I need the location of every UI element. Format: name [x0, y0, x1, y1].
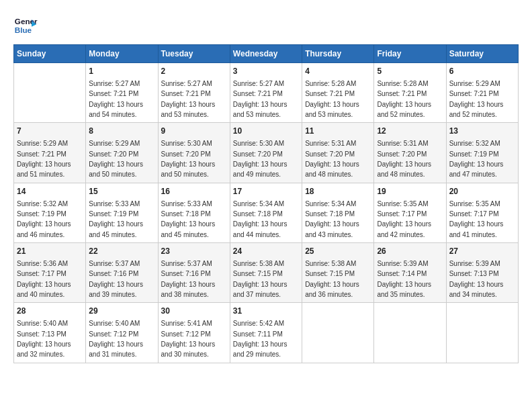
day-number: 30 — [161, 306, 227, 317]
calendar-cell: 2Sunrise: 5:27 AM Sunset: 7:21 PM Daylig… — [158, 63, 230, 123]
page-header: General Blue — [13, 13, 519, 38]
calendar-cell: 7Sunrise: 5:29 AM Sunset: 7:21 PM Daylig… — [14, 123, 86, 183]
calendar-cell: 13Sunrise: 5:32 AM Sunset: 7:19 PM Dayli… — [446, 123, 518, 183]
weekday-header-thursday: Thursday — [302, 45, 374, 63]
day-info: Sunrise: 5:35 AM Sunset: 7:17 PM Dayligh… — [377, 200, 431, 238]
day-number: 12 — [377, 126, 443, 137]
day-info: Sunrise: 5:40 AM Sunset: 7:13 PM Dayligh… — [17, 320, 71, 358]
calendar-cell: 30Sunrise: 5:41 AM Sunset: 7:12 PM Dayli… — [158, 303, 230, 363]
day-number: 5 — [377, 66, 443, 77]
day-number: 11 — [305, 126, 371, 137]
day-info: Sunrise: 5:38 AM Sunset: 7:15 PM Dayligh… — [233, 260, 287, 298]
calendar-week-row: 28Sunrise: 5:40 AM Sunset: 7:13 PM Dayli… — [14, 303, 519, 363]
day-number: 10 — [233, 126, 299, 137]
calendar-cell — [446, 303, 518, 363]
calendar-cell: 31Sunrise: 5:42 AM Sunset: 7:11 PM Dayli… — [230, 303, 302, 363]
day-number: 15 — [89, 186, 154, 197]
day-number: 9 — [161, 126, 227, 137]
day-number: 13 — [449, 126, 515, 137]
calendar-cell: 22Sunrise: 5:37 AM Sunset: 7:16 PM Dayli… — [86, 243, 158, 303]
day-info: Sunrise: 5:40 AM Sunset: 7:12 PM Dayligh… — [89, 320, 143, 358]
day-number: 7 — [17, 126, 83, 137]
calendar-cell: 6Sunrise: 5:29 AM Sunset: 7:21 PM Daylig… — [446, 63, 518, 123]
day-number: 1 — [89, 66, 154, 77]
calendar-cell: 16Sunrise: 5:33 AM Sunset: 7:18 PM Dayli… — [158, 183, 230, 242]
calendar-cell: 28Sunrise: 5:40 AM Sunset: 7:13 PM Dayli… — [14, 303, 86, 363]
day-info: Sunrise: 5:41 AM Sunset: 7:12 PM Dayligh… — [161, 320, 216, 358]
day-info: Sunrise: 5:35 AM Sunset: 7:17 PM Dayligh… — [449, 200, 504, 238]
calendar-cell: 12Sunrise: 5:31 AM Sunset: 7:20 PM Dayli… — [374, 123, 446, 183]
svg-text:Blue: Blue — [15, 26, 32, 34]
calendar-cell: 27Sunrise: 5:39 AM Sunset: 7:13 PM Dayli… — [446, 243, 518, 303]
day-number: 4 — [305, 66, 371, 77]
day-number: 23 — [161, 246, 227, 257]
day-number: 17 — [233, 186, 299, 197]
day-info: Sunrise: 5:34 AM Sunset: 7:18 PM Dayligh… — [305, 200, 359, 238]
day-number: 20 — [449, 186, 515, 197]
day-info: Sunrise: 5:31 AM Sunset: 7:20 PM Dayligh… — [305, 140, 359, 178]
day-number: 2 — [161, 66, 227, 77]
day-number: 6 — [449, 66, 515, 77]
day-number: 21 — [17, 246, 83, 257]
day-info: Sunrise: 5:28 AM Sunset: 7:21 PM Dayligh… — [305, 80, 359, 118]
weekday-header-wednesday: Wednesday — [230, 45, 302, 63]
calendar-cell: 18Sunrise: 5:34 AM Sunset: 7:18 PM Dayli… — [302, 183, 374, 242]
day-info: Sunrise: 5:27 AM Sunset: 7:21 PM Dayligh… — [233, 80, 287, 118]
day-info: Sunrise: 5:34 AM Sunset: 7:18 PM Dayligh… — [233, 200, 287, 238]
calendar-cell: 20Sunrise: 5:35 AM Sunset: 7:17 PM Dayli… — [446, 183, 518, 242]
day-info: Sunrise: 5:33 AM Sunset: 7:18 PM Dayligh… — [161, 200, 216, 238]
day-info: Sunrise: 5:29 AM Sunset: 7:21 PM Dayligh… — [449, 80, 504, 118]
calendar-cell: 1Sunrise: 5:27 AM Sunset: 7:21 PM Daylig… — [86, 63, 158, 123]
day-info: Sunrise: 5:37 AM Sunset: 7:16 PM Dayligh… — [161, 260, 216, 298]
calendar-cell — [374, 303, 446, 363]
day-info: Sunrise: 5:29 AM Sunset: 7:21 PM Dayligh… — [17, 140, 71, 178]
calendar-cell: 14Sunrise: 5:32 AM Sunset: 7:19 PM Dayli… — [14, 183, 86, 242]
weekday-header-tuesday: Tuesday — [158, 45, 230, 63]
calendar-cell: 17Sunrise: 5:34 AM Sunset: 7:18 PM Dayli… — [230, 183, 302, 242]
calendar-cell: 19Sunrise: 5:35 AM Sunset: 7:17 PM Dayli… — [374, 183, 446, 242]
calendar-cell: 3Sunrise: 5:27 AM Sunset: 7:21 PM Daylig… — [230, 63, 302, 123]
day-info: Sunrise: 5:29 AM Sunset: 7:20 PM Dayligh… — [89, 140, 143, 178]
day-info: Sunrise: 5:32 AM Sunset: 7:19 PM Dayligh… — [449, 140, 504, 178]
weekday-header-row: SundayMondayTuesdayWednesdayThursdayFrid… — [14, 45, 519, 63]
weekday-header-monday: Monday — [86, 45, 158, 63]
day-info: Sunrise: 5:27 AM Sunset: 7:21 PM Dayligh… — [89, 80, 143, 118]
day-info: Sunrise: 5:31 AM Sunset: 7:20 PM Dayligh… — [377, 140, 431, 178]
calendar-cell: 8Sunrise: 5:29 AM Sunset: 7:20 PM Daylig… — [86, 123, 158, 183]
calendar-cell — [302, 303, 374, 363]
calendar-week-row: 1Sunrise: 5:27 AM Sunset: 7:21 PM Daylig… — [14, 63, 519, 123]
calendar-body: 1Sunrise: 5:27 AM Sunset: 7:21 PM Daylig… — [14, 63, 519, 363]
calendar-week-row: 21Sunrise: 5:36 AM Sunset: 7:17 PM Dayli… — [14, 243, 519, 303]
day-number: 27 — [449, 246, 515, 257]
day-number: 31 — [233, 306, 299, 317]
calendar-week-row: 7Sunrise: 5:29 AM Sunset: 7:21 PM Daylig… — [14, 123, 519, 183]
day-number: 3 — [233, 66, 299, 77]
calendar-cell: 26Sunrise: 5:39 AM Sunset: 7:14 PM Dayli… — [374, 243, 446, 303]
day-info: Sunrise: 5:30 AM Sunset: 7:20 PM Dayligh… — [233, 140, 287, 178]
day-info: Sunrise: 5:32 AM Sunset: 7:19 PM Dayligh… — [17, 200, 71, 238]
day-info: Sunrise: 5:28 AM Sunset: 7:21 PM Dayligh… — [377, 80, 431, 118]
day-number: 26 — [377, 246, 443, 257]
day-number: 28 — [17, 306, 83, 317]
calendar-cell: 5Sunrise: 5:28 AM Sunset: 7:21 PM Daylig… — [374, 63, 446, 123]
day-info: Sunrise: 5:27 AM Sunset: 7:21 PM Dayligh… — [161, 80, 216, 118]
calendar-cell: 29Sunrise: 5:40 AM Sunset: 7:12 PM Dayli… — [86, 303, 158, 363]
calendar-cell: 9Sunrise: 5:30 AM Sunset: 7:20 PM Daylig… — [158, 123, 230, 183]
day-number: 24 — [233, 246, 299, 257]
logo-icon: General Blue — [13, 13, 38, 38]
logo: General Blue — [13, 13, 38, 38]
weekday-header-saturday: Saturday — [446, 45, 518, 63]
day-number: 22 — [89, 246, 154, 257]
weekday-header-sunday: Sunday — [14, 45, 86, 63]
day-info: Sunrise: 5:30 AM Sunset: 7:20 PM Dayligh… — [161, 140, 216, 178]
calendar-cell: 23Sunrise: 5:37 AM Sunset: 7:16 PM Dayli… — [158, 243, 230, 303]
day-info: Sunrise: 5:33 AM Sunset: 7:19 PM Dayligh… — [89, 200, 143, 238]
day-number: 18 — [305, 186, 371, 197]
day-info: Sunrise: 5:39 AM Sunset: 7:13 PM Dayligh… — [449, 260, 504, 298]
calendar-cell: 4Sunrise: 5:28 AM Sunset: 7:21 PM Daylig… — [302, 63, 374, 123]
calendar-cell: 11Sunrise: 5:31 AM Sunset: 7:20 PM Dayli… — [302, 123, 374, 183]
calendar-cell — [14, 63, 86, 123]
calendar-week-row: 14Sunrise: 5:32 AM Sunset: 7:19 PM Dayli… — [14, 183, 519, 242]
calendar-cell: 15Sunrise: 5:33 AM Sunset: 7:19 PM Dayli… — [86, 183, 158, 242]
calendar-table: SundayMondayTuesdayWednesdayThursdayFrid… — [13, 44, 519, 363]
